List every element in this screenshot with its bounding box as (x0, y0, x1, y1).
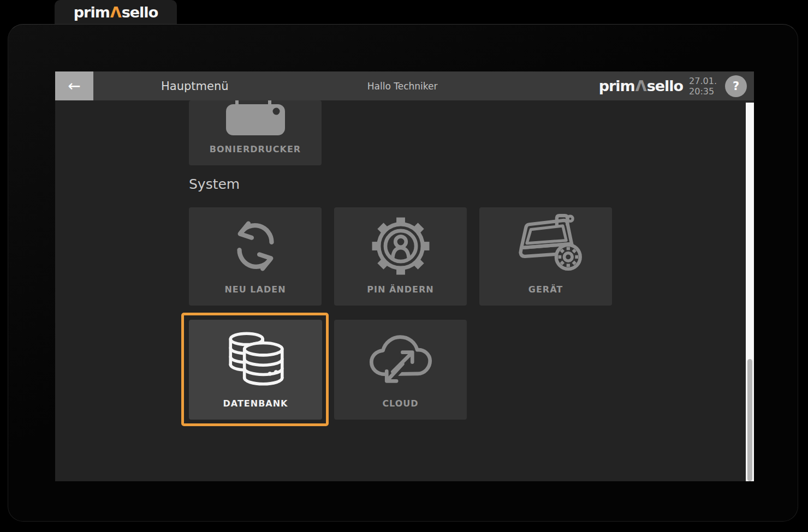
back-arrow-icon: ← (68, 79, 80, 94)
brand-lambda-icon: Λ (110, 4, 122, 21)
brand-tab: primΛsello (55, 0, 177, 25)
tile-label: BONIERDRUCKER (210, 144, 301, 154)
tile-label: DATENBANK (223, 398, 288, 409)
tile-label: GERÄT (528, 284, 563, 295)
back-button[interactable]: ← (55, 71, 93, 100)
date-text: 27.01. (689, 76, 717, 86)
tile-datenbank[interactable]: DATENBANK (189, 320, 322, 420)
pos-device-gear-icon (509, 212, 583, 280)
header-right: primΛsello 27.01. 20:35 ? (599, 75, 754, 97)
scrollbar-track[interactable] (746, 103, 754, 481)
database-icon (222, 328, 289, 390)
brand-prefix: prim (599, 77, 635, 94)
tile-cloud[interactable]: CLOUD (334, 320, 467, 420)
question-mark-icon: ? (733, 80, 739, 93)
tile-label: CLOUD (382, 398, 418, 409)
help-button[interactable]: ? (725, 75, 747, 97)
user-gear-icon (367, 213, 434, 279)
tile-neu-laden[interactable]: NEU LADEN (189, 207, 322, 306)
tile-geraet[interactable]: GERÄT (479, 207, 612, 306)
app-screen: ← Hauptmenü Hallo Techniker primΛsello 2… (55, 71, 754, 481)
primasello-logo-small: primΛsello (599, 79, 683, 93)
refresh-icon (223, 214, 288, 278)
scrollbar-thumb[interactable] (747, 359, 752, 481)
greeting-text: Hallo Techniker (367, 81, 438, 92)
menu-content: BONIERDRUCKER System NEU LADEN (55, 100, 754, 481)
brand-lambda-icon: Λ (635, 77, 647, 94)
brand-suffix: sello (122, 4, 158, 21)
tile-label: NEU LADEN (224, 284, 286, 295)
app-header: ← Hauptmenü Hallo Techniker primΛsello 2… (55, 71, 754, 100)
brand-suffix: sello (647, 77, 683, 94)
brand-prefix: prim (74, 4, 110, 21)
primasello-logo: primΛsello (74, 5, 158, 20)
cloud-sync-icon (365, 328, 437, 390)
datetime: 27.01. 20:35 (689, 76, 717, 97)
receipt-printer-icon (225, 100, 286, 135)
time-text: 20:35 (689, 86, 717, 97)
section-heading-system: System (189, 176, 240, 192)
page-title: Hauptmenü (161, 80, 229, 93)
tile-pin-aendern[interactable]: PIN ÄNDERN (334, 207, 467, 306)
device-window: ← Hauptmenü Hallo Techniker primΛsello 2… (8, 24, 798, 522)
tile-label: PIN ÄNDERN (367, 284, 433, 295)
tile-bonierdrucker[interactable]: BONIERDRUCKER (189, 100, 322, 165)
